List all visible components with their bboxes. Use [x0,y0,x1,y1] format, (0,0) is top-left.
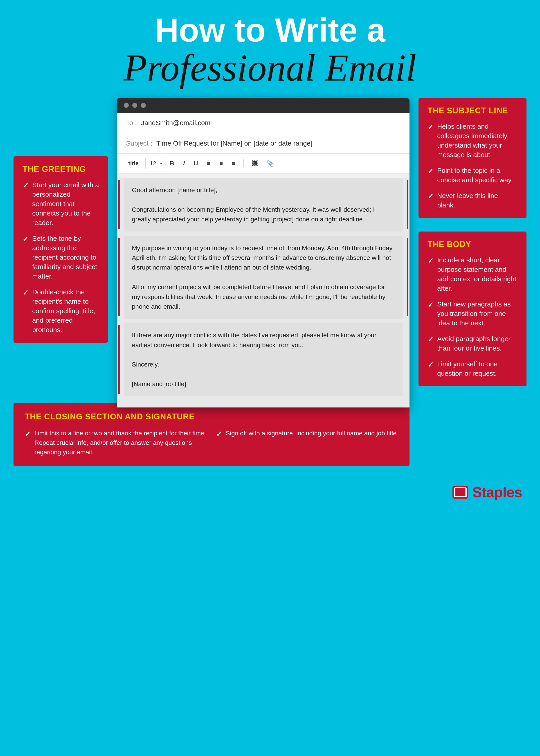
body-item-2: ✓ Start new paragraphs as you transition… [428,300,517,328]
closing-text-1: Limit this to a line or two and thank th… [35,429,207,457]
subject-text-2: Point to the topic in a concise and spec… [437,166,517,185]
header-line2: Professional Email [18,47,522,89]
greeting-text-3: Double-check the recipient's name to con… [32,287,99,334]
staples-area: Staples [0,479,540,514]
bracket-left-2 [118,238,120,316]
bracket-right-1 [407,180,408,229]
greeting-box: THE GREETING ✓ Start your email with a p… [14,156,108,343]
subject-label: Subject : [126,140,154,147]
align-center-icon[interactable]: ≡ [217,159,225,168]
check-icon-s1: ✓ [428,122,434,132]
email-paragraph-2: My purpose in writing to you today is to… [124,236,403,319]
main-layout: THE GREETING ✓ Start your email with a p… [0,98,540,408]
check-icon-b1: ✓ [428,256,434,266]
right-sidebar: THE SUBJECT LINE ✓ Helps clients and col… [419,98,526,386]
header-line1: How to Write a [18,14,522,47]
check-icon-1: ✓ [23,181,29,191]
check-icon-b3: ✓ [428,334,434,345]
closing-title: THE CLOSING SECTION AND SIGNATURE [25,412,398,422]
check-icon-c1: ✓ [25,429,31,439]
check-icon-c2: ✓ [216,429,222,439]
greeting-text-2: Sets the tone by addressing the recipien… [32,234,99,281]
titlebar-dot-1 [124,103,129,108]
paragraph-2-text: My purpose in writing to you today is to… [132,245,394,310]
email-content: To : JaneSmith@email.com Subject : Time … [117,113,410,408]
body-box: THE BODY ✓ Include a short, clear purpos… [419,231,526,386]
check-icon-s3: ✓ [428,191,434,201]
bottom-section: THE CLOSING SECTION AND SIGNATURE ✓ Limi… [0,403,540,479]
subject-text-1: Helps clients and colleagues immediately… [437,122,517,160]
body-item-3: ✓ Avoid paragraphs longer than four or f… [428,334,517,353]
bracket-left-3 [118,325,120,394]
bracket-left-1 [118,180,120,229]
greeting-item-1: ✓ Start your email with a personalized s… [23,180,99,227]
email-to-field[interactable]: To : JaneSmith@email.com [117,113,410,133]
check-icon-b4: ✓ [428,360,434,370]
staples-name: Staples [472,484,522,501]
closing-item-2: ✓ Sign off with a signature, including y… [216,429,398,439]
subject-item-1: ✓ Helps clients and colleagues immediate… [428,122,517,160]
subject-text-3: Never leave this line blank. [437,191,517,210]
toolbar-divider [243,159,244,168]
subject-line-box: THE SUBJECT LINE ✓ Helps clients and col… [419,98,526,218]
left-sidebar: THE GREETING ✓ Start your email with a p… [14,156,108,343]
email-titlebar [117,98,410,113]
body-text-2: Start new paragraphs as you transition f… [437,300,517,328]
body-item-4: ✓ Limit yourself to one question or requ… [428,359,517,378]
body-text-4: Limit yourself to one question or reques… [437,359,517,378]
check-icon-b2: ✓ [428,300,434,310]
titlebar-dot-3 [141,103,146,108]
italic-button[interactable]: I [181,159,187,168]
closing-col-2: ✓ Sign off with a signature, including y… [216,429,398,457]
staples-icon [453,486,468,499]
subject-item-2: ✓ Point to the topic in a concise and sp… [428,166,517,185]
closing-box: THE CLOSING SECTION AND SIGNATURE ✓ Limi… [14,403,410,466]
email-paragraph-3: If there are any major conflicts with th… [124,323,403,396]
closing-columns: ✓ Limit this to a line or two and thank … [25,429,398,457]
check-icon-3: ✓ [23,288,29,298]
email-subject-field[interactable]: Subject : Time Off Request for [Name] on… [117,133,410,154]
bold-button[interactable]: B [168,159,177,168]
email-body-section: Good afternoon [name or title], Congratu… [117,178,410,408]
subject-title: THE SUBJECT LINE [428,106,517,115]
check-icon-s2: ✓ [428,166,434,177]
email-paragraph-1: Good afternoon [name or title], Congratu… [124,178,403,231]
to-value: JaneSmith@email.com [141,119,210,126]
subject-item-3: ✓ Never leave this line blank. [428,191,517,210]
insert-image-icon[interactable]: 🖼 [249,159,260,168]
email-window-container: To : JaneSmith@email.com Subject : Time … [117,98,410,408]
body-item-1: ✓ Include a short, clear purpose stateme… [428,255,517,293]
closing-text-2: Sign off with a signature, including you… [226,429,398,438]
body-text-1: Include a short, clear purpose statement… [437,255,517,293]
bracket-right-2 [407,238,408,316]
closing-col-1: ✓ Limit this to a line or two and thank … [25,429,207,457]
email-window: To : JaneSmith@email.com Subject : Time … [117,98,410,408]
body-text-3: Avoid paragraphs longer than four or fiv… [437,334,517,353]
svg-rect-2 [456,489,465,495]
greeting-text-1: Start your email with a personalized sen… [32,180,99,227]
font-select[interactable]: title [126,159,141,168]
greeting-title: THE GREETING [23,165,99,174]
align-right-icon[interactable]: ≡ [229,159,237,168]
titlebar-dot-2 [132,103,137,108]
subject-value: Time Off Request for [Name] on [date or … [156,140,313,147]
header: How to Write a Professional Email [0,0,540,98]
underline-button[interactable]: U [192,159,200,168]
check-icon-2: ✓ [23,234,29,244]
paragraph-3-text: If there are any major conflicts with th… [132,332,376,387]
body-title: THE BODY [428,240,517,249]
staples-logo: Staples [453,484,522,501]
greeting-item-2: ✓ Sets the tone by addressing the recipi… [23,234,99,281]
paragraph-1-text: Good afternoon [name or title], Congratu… [132,187,375,223]
font-size-select[interactable]: 12 [145,158,163,169]
attach-icon[interactable]: 📎 [264,159,276,168]
greeting-item-3: ✓ Double-check the recipient's name to c… [23,287,99,334]
align-left-icon[interactable]: ≡ [205,159,212,168]
closing-item-1: ✓ Limit this to a line or two and thank … [25,429,207,457]
to-label: To : [126,119,139,126]
email-toolbar: title 12 B I U ≡ ≡ ≡ 🖼 📎 [117,154,410,174]
